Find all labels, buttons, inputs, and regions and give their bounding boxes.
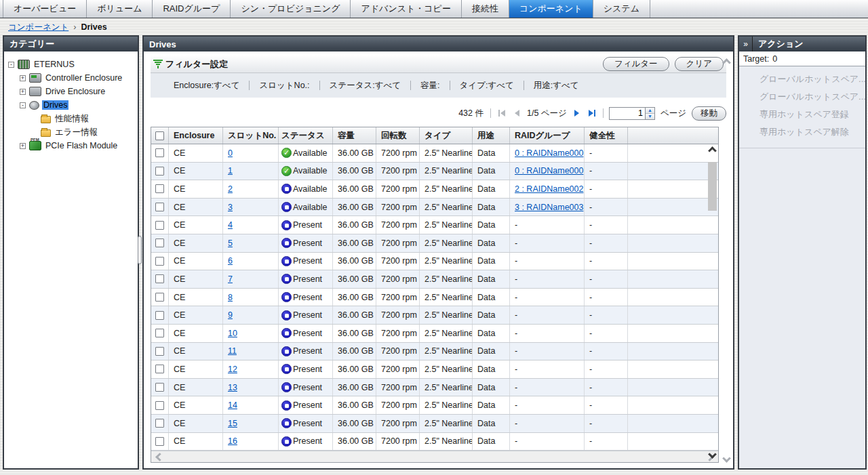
panel-scroll-up-icon[interactable] (722, 58, 731, 67)
go-button[interactable]: 移動 (692, 106, 726, 121)
page-spin-down-button[interactable]: ▼ (646, 114, 654, 119)
row-checkbox[interactable] (155, 167, 164, 175)
tree-item-controller-enclosure[interactable]: + Controller Enclosure (5, 71, 136, 85)
slot-link[interactable]: 7 (228, 274, 233, 284)
slot-link[interactable]: 1 (228, 166, 233, 175)
tree-item-label[interactable]: ETERNUS (33, 60, 76, 69)
menu-tab-接続性[interactable]: 接続性 (462, 0, 509, 18)
slot-link[interactable]: 16 (228, 436, 237, 446)
row-checkbox[interactable] (155, 148, 164, 157)
raid-group-cell: - (510, 234, 585, 252)
slot-link[interactable]: 4 (228, 220, 233, 230)
raid-group-link[interactable]: 2 : RAIDName002 (515, 184, 583, 194)
scroll-left-icon[interactable] (155, 453, 164, 461)
row-checkbox[interactable] (155, 329, 164, 337)
tree-toggle-icon[interactable]: + (20, 143, 26, 149)
slot-link[interactable]: 3 (228, 203, 233, 212)
select-all-checkbox[interactable] (155, 131, 164, 140)
next-page-button[interactable] (572, 108, 581, 119)
tree-item-label[interactable]: Drive Enclosure (44, 87, 106, 96)
slot-link[interactable]: 6 (228, 256, 233, 266)
row-checkbox[interactable] (155, 383, 164, 392)
panel-vertical-scrollbar[interactable] (722, 60, 731, 461)
menu-tab-RAIDグループ[interactable]: RAIDグループ (153, 0, 231, 18)
slot-link[interactable]: 9 (228, 310, 233, 320)
tree-item-エラー情報[interactable]: エラー情報 (5, 125, 136, 139)
breadcrumb-link[interactable]: コンポーネント (8, 22, 68, 33)
menu-tab-システム[interactable]: システム (593, 0, 650, 18)
row-checkbox[interactable] (155, 347, 164, 356)
action-item[interactable]: グローバルホットスペア... (739, 88, 865, 106)
raid-group-link[interactable]: 3 : RAIDName003 (515, 203, 583, 212)
slot-link[interactable]: 12 (228, 365, 237, 374)
tree-item-label[interactable]: Drives (42, 100, 68, 110)
last-page-button[interactable] (587, 108, 597, 119)
filter-summary-row: Enclosure:すべてスロットNo.:ステータス:すべて容量:タイプ:すべて… (151, 73, 726, 98)
tree-toggle-icon[interactable]: - (8, 62, 14, 68)
row-checkbox[interactable] (155, 184, 164, 193)
slot-link[interactable]: 0 (228, 148, 233, 158)
scroll-up-icon[interactable] (708, 146, 717, 155)
slot-link[interactable]: 5 (228, 239, 233, 248)
collapse-panel-button[interactable]: » (739, 37, 753, 51)
action-item[interactable]: 専用ホットスペア解除 (739, 123, 865, 141)
first-page-button[interactable] (496, 108, 507, 119)
horizontal-scrollbar[interactable] (151, 451, 718, 462)
row-checkbox[interactable] (155, 401, 164, 410)
table-row: CE 8 Present 36.00 GB 7200 rpm 2.5" Near… (151, 289, 718, 307)
scroll-down-icon[interactable] (708, 450, 717, 459)
slot-link[interactable]: 2 (228, 184, 233, 194)
row-checkbox[interactable] (155, 293, 164, 302)
row-checkbox[interactable] (155, 437, 164, 446)
tree-item-label[interactable]: PCIe Flash Module (44, 141, 119, 150)
raid-group-link[interactable]: 0 : RAIDName000 (515, 148, 583, 158)
slot-link[interactable]: 8 (228, 293, 233, 302)
row-checkbox[interactable] (155, 203, 164, 211)
tree-item-label[interactable]: エラー情報 (54, 127, 99, 138)
type-cell: 2.5" Nearline (420, 144, 473, 162)
tree-item-drive-enclosure[interactable]: + Drive Enclosure (5, 85, 136, 98)
column-header: スロットNo. (223, 127, 279, 144)
row-checkbox[interactable] (155, 419, 164, 428)
tree-toggle-icon[interactable]: - (20, 102, 26, 108)
tree-toggle-icon[interactable]: + (20, 75, 26, 81)
raid-group-link[interactable]: 0 : RAIDName000 (515, 166, 583, 175)
raid-group-cell: 3 : RAIDName003 (510, 199, 585, 216)
sidebar-resize-handle[interactable] (138, 236, 142, 264)
row-checkbox[interactable] (155, 274, 164, 283)
tree-item-drives[interactable]: - Drives (5, 98, 136, 112)
row-checkbox[interactable] (155, 257, 164, 266)
table-vertical-scrollbar[interactable] (707, 144, 718, 462)
row-checkbox[interactable] (155, 311, 164, 320)
slot-link[interactable]: 11 (228, 346, 237, 356)
page-number-input[interactable] (610, 108, 645, 119)
tree-item-性能情報[interactable]: 性能情報 (5, 112, 136, 125)
action-panel: » アクション Target: 0 グローバルホットスペア...グローバルホット… (738, 35, 867, 470)
row-checkbox[interactable] (155, 221, 164, 230)
slot-link[interactable]: 13 (228, 383, 237, 392)
slot-link[interactable]: 14 (228, 400, 237, 410)
page-spin-up-button[interactable]: ▲ (646, 108, 654, 114)
row-checkbox[interactable] (155, 365, 164, 373)
action-item[interactable]: 専用ホットスペア登録 (739, 106, 865, 123)
scrollbar-thumb[interactable] (708, 162, 717, 211)
menu-tab-ボリューム[interactable]: ボリューム (87, 0, 153, 18)
panel-scroll-down-icon[interactable] (722, 454, 731, 463)
clear-button[interactable]: クリア (675, 57, 724, 71)
row-checkbox[interactable] (155, 239, 164, 247)
filter-button[interactable]: フィルター (603, 57, 669, 71)
slot-link[interactable]: 10 (228, 329, 237, 338)
tree-toggle-icon[interactable]: + (20, 89, 26, 95)
menu-tab-オーバービュー[interactable]: オーバービュー (3, 0, 87, 18)
menu-tab-アドバンスト・コピー[interactable]: アドバンスト・コピー (351, 0, 461, 18)
menu-tab-コンポーネント[interactable]: コンポーネント (509, 0, 593, 18)
pagination-row: 432 件 1/5 ページ ▲ ▼ ページ 移動 (151, 104, 726, 123)
tree-item-label[interactable]: Controller Enclosure (44, 73, 123, 83)
tree-item-eternus[interactable]: - ETERNUS (5, 58, 136, 71)
tree-item-pcie-flash-module[interactable]: + PCIe Flash Module (5, 139, 136, 152)
slot-link[interactable]: 15 (228, 419, 237, 428)
tree-item-label[interactable]: 性能情報 (54, 113, 90, 125)
action-item[interactable]: グローバルホットスペア... (739, 70, 865, 88)
previous-page-button[interactable] (513, 108, 521, 119)
menu-tab-シン・プロビジョニング[interactable]: シン・プロビジョニング (231, 0, 351, 18)
